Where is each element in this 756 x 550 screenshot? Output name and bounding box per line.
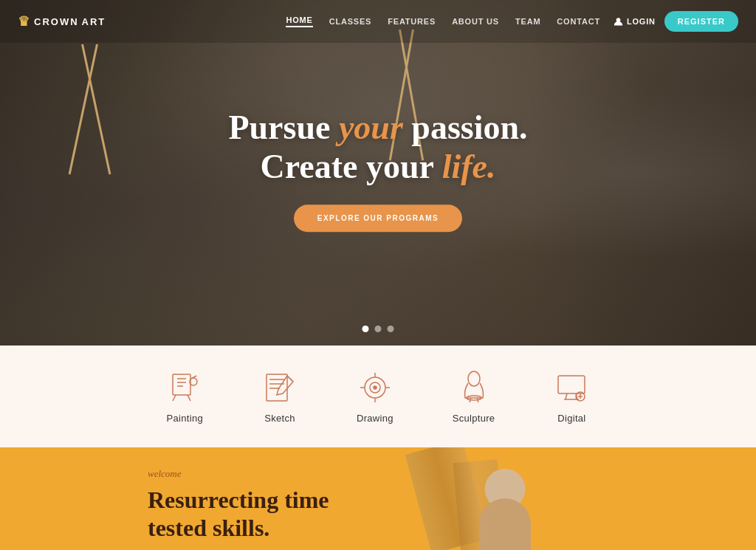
svg-rect-1 (173, 374, 190, 395)
svg-line-2 (173, 395, 176, 401)
hero-title: Pursue your passion. Create your life. (157, 109, 599, 187)
navbar: ♛ CROWN ART HOME CLASSES FEATURES ABOUT … (0, 0, 756, 43)
svg-point-21 (468, 371, 480, 386)
logo: ♛ CROWN ART (18, 15, 106, 28)
logo-crown-icon: ♛ (18, 15, 31, 28)
svg-point-16 (374, 386, 377, 389)
nav-home[interactable]: HOME (286, 16, 312, 27)
drawing-icon (357, 370, 393, 405)
hero-slider-dots (362, 326, 394, 332)
login-button[interactable]: LOGIN (614, 17, 656, 27)
nav-about[interactable]: ABOUT US (452, 17, 499, 26)
category-sculpture[interactable]: Sculpture (453, 370, 495, 424)
svg-rect-25 (558, 376, 585, 393)
category-painting[interactable]: Painting (167, 370, 203, 424)
hero-title-line1: Pursue your passion. (228, 109, 527, 146)
register-button[interactable]: REGISTER (664, 11, 738, 32)
hero-cta-button[interactable]: EXPLORE OUR PROGRAMS (294, 204, 462, 232)
painting-icon (167, 370, 202, 405)
svg-line-26 (566, 393, 567, 399)
hero-title-italic2: life. (442, 148, 496, 185)
nav-classes[interactable]: CLASSES (329, 17, 372, 26)
user-icon (614, 17, 623, 27)
digital-label: Digital (557, 413, 585, 424)
dot-3[interactable] (388, 326, 394, 332)
svg-line-24 (477, 398, 478, 402)
welcome-label: welcome (148, 468, 329, 480)
category-drawing[interactable]: Drawing (357, 370, 394, 424)
sketch-label: Sketch (264, 413, 295, 424)
nav-team[interactable]: TEAM (515, 17, 540, 26)
hero-content: Pursue your passion. Create your life. E… (157, 109, 599, 232)
hero-title-italic1: your (339, 109, 403, 146)
person-body (479, 498, 531, 550)
svg-rect-9 (267, 374, 287, 401)
nav-links: HOME CLASSES FEATURES ABOUT US TEAM CONT… (286, 16, 599, 27)
sculpture-icon (456, 370, 492, 405)
welcome-title: Resurrecting time tested skills. (148, 486, 329, 543)
sketch-icon (262, 370, 298, 405)
digital-icon (554, 370, 589, 405)
sculpture-label: Sculpture (453, 413, 495, 424)
dot-1[interactable] (362, 326, 369, 332)
welcome-text-block: welcome Resurrecting time tested skills. (148, 468, 329, 543)
hero-section: ♛ CROWN ART HOME CLASSES FEATURES ABOUT … (0, 0, 756, 346)
painting-label: Painting (167, 413, 203, 424)
nav-features[interactable]: FEATURES (388, 17, 436, 26)
person-decoration (461, 447, 549, 550)
category-sketch[interactable]: Sketch (262, 370, 298, 424)
nav-actions: LOGIN REGISTER (614, 11, 738, 32)
dot-2[interactable] (375, 326, 382, 332)
svg-line-23 (470, 398, 471, 402)
svg-line-3 (188, 395, 190, 401)
nav-contact[interactable]: CONTACT (557, 17, 600, 26)
category-digital[interactable]: Digital (554, 370, 589, 424)
logo-text-crown: CROWN (34, 16, 79, 27)
hero-title-line2: Create your life. (261, 148, 496, 185)
welcome-section: welcome Resurrecting time tested skills. (0, 447, 756, 550)
categories-section: Painting Sketch Drawing (0, 346, 756, 447)
drawing-label: Drawing (357, 413, 394, 424)
logo-text-art: ART (82, 16, 106, 27)
